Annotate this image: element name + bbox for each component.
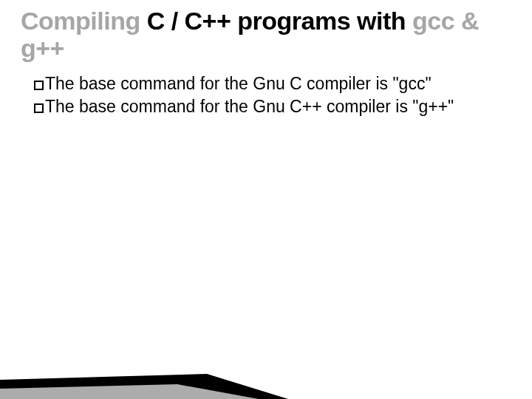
svg-marker-0 xyxy=(0,386,244,399)
corner-decoration xyxy=(0,347,288,399)
title-part-1: Compiling xyxy=(21,7,140,35)
bullet-item: The base command for the Gnu C compiler … xyxy=(34,73,482,95)
svg-marker-3 xyxy=(0,384,259,399)
slide-body: The base command for the Gnu C compiler … xyxy=(21,73,511,117)
svg-marker-1 xyxy=(0,378,266,399)
title-part-2: C / C++ programs with xyxy=(147,7,406,35)
square-bullet-icon xyxy=(34,103,44,113)
square-bullet-icon xyxy=(34,81,44,90)
bullet-item: The base command for the Gnu C++ compile… xyxy=(34,96,482,117)
bullet-text: The base command for the Gnu C compiler … xyxy=(45,74,432,93)
svg-marker-2 xyxy=(0,374,288,399)
slide: Compiling C / C++ programs with gcc & g+… xyxy=(0,0,532,399)
bullet-text: The base command for the Gnu C++ compile… xyxy=(45,97,454,116)
slide-title: Compiling C / C++ programs with gcc & g+… xyxy=(21,7,511,63)
